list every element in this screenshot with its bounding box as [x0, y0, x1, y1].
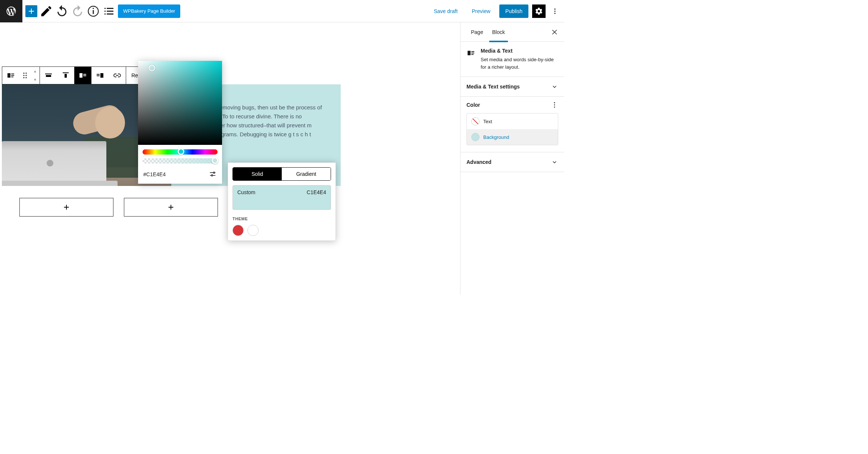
color-panel: Color Text Background	[460, 97, 564, 152]
redo-icon	[71, 4, 84, 18]
media-left-button[interactable]	[74, 67, 91, 84]
panel-settings-header[interactable]: Media & Text settings	[460, 77, 564, 97]
redo-button[interactable]	[71, 4, 84, 18]
custom-hex-value: C1E4E4	[307, 189, 326, 206]
color-saturation-area[interactable]	[138, 61, 222, 145]
drag-handle[interactable]	[19, 67, 31, 84]
theme-swatch-red[interactable]	[232, 225, 244, 236]
color-background-row[interactable]: Background	[467, 129, 558, 145]
media-text-icon	[466, 49, 475, 57]
tab-page[interactable]: Page	[466, 22, 488, 42]
svg-point-13	[26, 75, 27, 76]
hex-value[interactable]: #C1E4E4	[143, 171, 166, 177]
custom-label: Custom	[237, 189, 255, 206]
svg-rect-6	[7, 73, 10, 78]
svg-point-12	[24, 75, 25, 76]
undo-button[interactable]	[55, 4, 69, 18]
add-block-button[interactable]	[25, 5, 37, 17]
topbar-right-group: Save draft Preview Publish	[428, 4, 561, 18]
dots-vertical-icon	[551, 7, 559, 15]
media-right-button[interactable]	[91, 67, 109, 84]
svg-rect-23	[100, 73, 103, 78]
align-wide-icon	[44, 71, 53, 80]
media-text-icon	[6, 71, 15, 80]
publish-button[interactable]: Publish	[499, 4, 528, 18]
svg-rect-8	[11, 75, 14, 76]
block-title: Media & Text	[481, 48, 558, 54]
svg-point-4	[555, 10, 556, 12]
color-cursor[interactable]	[149, 65, 155, 71]
svg-rect-27	[471, 51, 474, 52]
svg-rect-29	[471, 54, 474, 55]
svg-point-14	[24, 77, 25, 78]
alpha-thumb[interactable]	[212, 157, 218, 164]
plus-icon	[27, 7, 36, 16]
svg-rect-1	[93, 10, 94, 14]
color-text-row[interactable]: Text	[467, 114, 558, 129]
list-view-button[interactable]	[102, 4, 116, 18]
solid-tab[interactable]: Solid	[233, 168, 282, 180]
edit-mode-button[interactable]	[40, 4, 53, 18]
svg-rect-22	[83, 75, 86, 76]
gradient-tab[interactable]: Gradient	[282, 168, 331, 180]
svg-point-11	[26, 73, 27, 74]
valign-top-button[interactable]	[57, 67, 74, 84]
svg-point-10	[24, 73, 25, 74]
chevron-down-icon	[551, 158, 558, 166]
color-palette-popover: Solid Gradient Custom C1E4E4 THEME	[228, 162, 336, 241]
svg-rect-19	[65, 74, 67, 78]
align-wide-button[interactable]	[40, 67, 57, 84]
close-sidebar-button[interactable]	[548, 25, 561, 39]
settings-sidebar: Page Block Media & Text Set media and wo…	[460, 22, 564, 295]
svg-rect-20	[79, 73, 82, 78]
dots-vertical-icon[interactable]	[551, 101, 558, 109]
svg-rect-21	[83, 74, 86, 75]
text-color-label: Text	[483, 119, 492, 124]
panel-advanced-label: Advanced	[466, 159, 491, 165]
color-options-list: Text Background	[466, 113, 558, 145]
svg-point-31	[554, 105, 555, 106]
drag-icon	[21, 71, 29, 80]
link-icon	[113, 71, 122, 80]
topbar-left-group: WPBakery Page Builder	[22, 4, 180, 18]
add-block-appender-2[interactable]	[124, 198, 218, 217]
block-type-button[interactable]	[2, 67, 19, 84]
tab-block[interactable]: Block	[488, 22, 509, 42]
editor-topbar: WPBakery Page Builder Save draft Preview…	[0, 0, 564, 22]
more-options-button[interactable]	[549, 4, 561, 18]
preview-button[interactable]: Preview	[466, 4, 496, 18]
svg-rect-26	[468, 51, 471, 55]
hue-slider[interactable]	[143, 149, 218, 155]
wordpress-icon	[6, 6, 17, 17]
custom-color-swatch[interactable]: Custom C1E4E4	[232, 185, 331, 210]
link-button[interactable]	[109, 67, 126, 84]
add-block-appender-1[interactable]	[19, 198, 113, 217]
svg-rect-18	[63, 72, 69, 73]
background-color-swatch	[471, 133, 480, 141]
panel-advanced-header[interactable]: Advanced	[460, 152, 564, 172]
move-up-down[interactable]: ▲ ▼	[31, 67, 40, 84]
theme-section-label: THEME	[232, 217, 331, 221]
pencil-icon	[40, 4, 53, 18]
wp-logo[interactable]	[0, 0, 22, 22]
theme-swatch-white[interactable]	[247, 225, 259, 236]
valign-top-icon	[61, 71, 70, 80]
close-icon	[551, 28, 558, 36]
theme-swatches	[232, 225, 331, 236]
sliders-icon[interactable]	[209, 170, 217, 178]
svg-point-30	[554, 102, 555, 103]
svg-point-5	[555, 13, 556, 14]
block-description-text: Set media and words side-by-side for a r…	[481, 56, 558, 71]
list-icon	[102, 4, 116, 18]
info-button[interactable]	[87, 4, 100, 18]
wpbakery-button[interactable]: WPBakery Page Builder	[118, 4, 180, 18]
alpha-slider[interactable]	[143, 158, 218, 164]
hue-thumb[interactable]	[178, 148, 184, 155]
media-right-icon	[96, 71, 104, 80]
save-draft-button[interactable]: Save draft	[428, 4, 463, 18]
chevron-up-icon: ▲	[32, 67, 38, 75]
background-color-label: Background	[483, 134, 509, 140]
svg-rect-7	[11, 74, 14, 74]
svg-rect-25	[97, 75, 100, 76]
settings-button[interactable]	[532, 4, 546, 18]
